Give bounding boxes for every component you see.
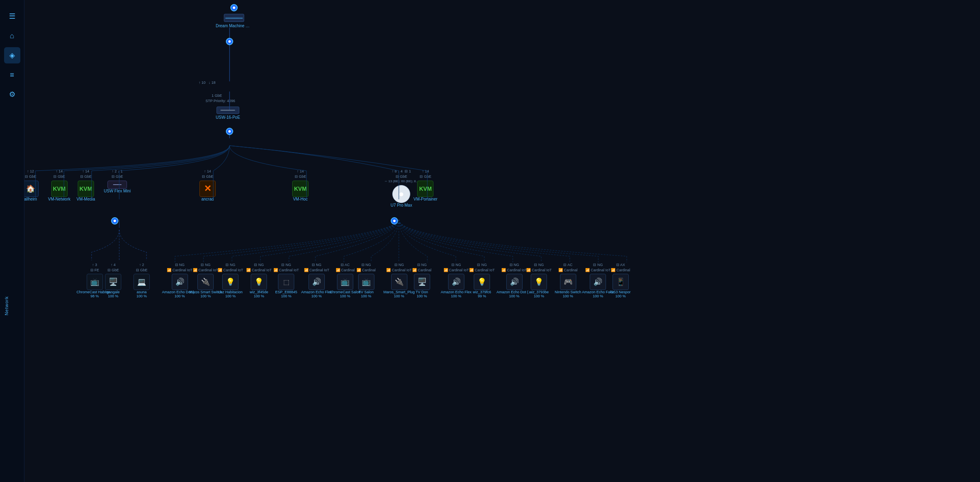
sidebar-item-topology[interactable]: ◈ xyxy=(4,47,20,63)
dream-machine-icon: ══════ xyxy=(224,14,244,22)
node-dream-machine[interactable]: ══════ Dream Machine Pro ... xyxy=(216,4,252,28)
node-echo-fake[interactable]: ⊟ NG 📶 Cardinal IoT 🔊 Amazon Echo Fake 1… xyxy=(582,262,614,298)
sidebar-item-list[interactable]: ≡ xyxy=(4,67,20,83)
sidebar-item-home[interactable]: ⌂ xyxy=(4,28,20,44)
node-luz-habitacion[interactable]: ⊟ NG 📶 Cardinal IoT 💡 Luz Habitacion 100… xyxy=(218,262,243,298)
node-gangale[interactable]: ↑ 4 ⊟ GbE 🖥️ gangale 100 % xyxy=(105,262,121,298)
node-maros-plug[interactable]: ⊟ NG 📶 Cardinal IoT 🔌 Maros_Smart_Plug 1… xyxy=(383,262,415,298)
nintendo-icon: 🎮 xyxy=(560,274,576,290)
esp-icon: ⬚ xyxy=(278,274,294,290)
network-label: Network xyxy=(4,296,9,315)
vm-hoc-icon: KVM xyxy=(292,181,308,197)
connector-usw-flex[interactable] xyxy=(111,217,118,225)
wiz-379fc6-icon: 💡 xyxy=(474,274,490,290)
allheim-label: allheim xyxy=(24,197,37,201)
connector-mid1[interactable] xyxy=(226,38,233,45)
tv-don-icon: 🖥️ xyxy=(414,274,430,290)
vm-media-icon: KVM xyxy=(78,181,94,197)
maros-plug-icon: 🔌 xyxy=(391,274,407,290)
node-vm-network[interactable]: ↑ 14 ⊟ GbE KVM VM-Network xyxy=(48,169,70,201)
dream-machine-label: Dream Machine Pro ... xyxy=(216,24,252,28)
usw-flex-label: USW Flex Mini xyxy=(104,189,131,193)
node-echo-flex-1[interactable]: ⊟ NG 📶 Cardinal IoT 🔊 Amazon Echo Flex 1… xyxy=(301,262,332,298)
echo-flex-1-icon: 🔊 xyxy=(308,274,325,290)
node-wiz-3f45de[interactable]: ⊟ NG 📶 Cardinal IoT 💡 wiz_3f45de 100 % xyxy=(246,262,272,298)
node-vm-portainer[interactable]: ↑ 14 ⊟ GbE KVM VM-Portainer xyxy=(413,169,438,201)
node-tv-salon[interactable]: ⊟ NG 📶 Cardinal 📺 TV Salon 100 % xyxy=(357,262,376,298)
connector-main-fan[interactable] xyxy=(226,128,233,135)
echo-flex-2-icon: 🔊 xyxy=(448,274,464,290)
sidebar-item-settings[interactable]: ⚙ xyxy=(4,86,20,103)
wiz-3793be-icon: 💡 xyxy=(531,274,547,290)
stats-up-down: ↑ 10 ↓ 18 xyxy=(199,81,216,85)
sidebar: ☰ ⌂ ◈ ≡ ⚙ Network xyxy=(0,0,24,482)
vm-portainer-label: VM-Portainer xyxy=(413,197,438,201)
wiz-3f45de-icon: 💡 xyxy=(251,274,267,290)
node-ancrad[interactable]: ↑ 14 ⊟ GbE ✕ ancrad xyxy=(199,169,216,201)
usw-icon: ━━━━━━━ xyxy=(217,107,239,114)
maros-switch-icon: 🔌 xyxy=(197,274,214,290)
node-wiz-3793be[interactable]: ⊟ NG 📶 Cardinal IoT 💡 wiz_3793be 100 % xyxy=(526,262,552,298)
node-maros-switch[interactable]: ⊟ NG 📶 Cardinal IoT 🔌 Maros Smart Switch… xyxy=(189,262,222,298)
allheim-icon: 🏠 xyxy=(22,181,39,197)
luz-icon: 💡 xyxy=(222,274,238,290)
node-asuna[interactable]: ↑ 2 ⊟ GbE 💻 asuna 100 % xyxy=(133,262,150,298)
node-gs3-nespor[interactable]: ⊟ AX 📶 Cardinal 📱 GS3 Nespor 100 % xyxy=(610,262,631,298)
stp-info: STP Priority: 4096 xyxy=(206,99,235,103)
node-wiz-379fc6[interactable]: ⊟ NG 📶 Cardinal IoT 💡 wiz_379fc6 99 % xyxy=(469,262,495,298)
chromecast-habiter-icon: 📺 xyxy=(87,274,103,290)
gangale-icon: 🖥️ xyxy=(105,274,121,290)
vm-network-icon: KVM xyxy=(51,181,68,197)
allheim-stats: ↑ 12 xyxy=(27,169,34,174)
vm-media-label: VM-Media xyxy=(77,197,95,201)
echo-dot-1-icon: 🔊 xyxy=(172,274,188,290)
node-vm-hoc[interactable]: ↑ 14 ⊟ GbE KVM VM-Hoc xyxy=(292,169,308,201)
usw-flex-icon: ━━━━ xyxy=(107,181,127,189)
u7-label: U7 Pro Max xyxy=(391,203,412,207)
chromecast-salon-icon: 📺 xyxy=(337,274,353,290)
node-usw-flex-mini[interactable]: ↑ 2 ↓ 1 ⊟ GbE ━━━━ USW Flex Mini xyxy=(104,169,131,193)
node-vm-media[interactable]: ↑ 14 ⊟ GbE KVM VM-Media xyxy=(77,169,95,201)
sidebar-item-menu[interactable]: ☰ xyxy=(4,8,20,24)
usw-label: USW-16-PoE xyxy=(216,115,240,120)
vm-portainer-icon: KVM xyxy=(417,181,433,197)
node-chromecast-salon[interactable]: ⊟ AC 📶 Cardinal 📺 ChromeCast Salon 100 % xyxy=(330,262,361,298)
vm-network-label: VM-Network xyxy=(48,197,70,201)
node-nintendo-switch[interactable]: ⊟ AC 📶 Cardinal 🎮 Nintendo Switch 100 % xyxy=(555,262,581,298)
port-info: 1 GbE xyxy=(212,94,222,98)
ancrad-icon: ✕ xyxy=(199,181,216,197)
node-tv-don[interactable]: ⊟ NG 📶 Cardinal 🖥️ TV Don 100 % xyxy=(412,262,431,298)
connector-u7[interactable] xyxy=(391,217,398,225)
node-echo-flex-2[interactable]: ⊟ NG 📶 Cardinal IoT 🔊 Amazon Echo Flex 1… xyxy=(441,262,472,298)
asuna-icon: 💻 xyxy=(133,274,150,290)
u7-icon: ● xyxy=(392,185,410,203)
gs3-icon: 📱 xyxy=(612,274,629,290)
ancrad-label: ancrad xyxy=(201,197,214,201)
node-allheim[interactable]: ↑ 12 ⊟ GbE 🏠 allheim xyxy=(22,169,39,201)
connector-top[interactable] xyxy=(230,4,238,11)
node-usw16poe[interactable]: ━━━━━━━ USW-16-PoE xyxy=(216,107,240,120)
echo-dot-2-icon: 🔊 xyxy=(506,274,523,290)
tv-salon-icon: 📺 xyxy=(358,274,374,290)
echo-fake-icon: 🔊 xyxy=(590,274,606,290)
node-esp-e88845[interactable]: ⊟ NG 📶 Cardinal IoT ⬚ ESP_E88845 100 % xyxy=(273,262,299,298)
vm-hoc-label: VM-Hoc xyxy=(293,197,308,201)
